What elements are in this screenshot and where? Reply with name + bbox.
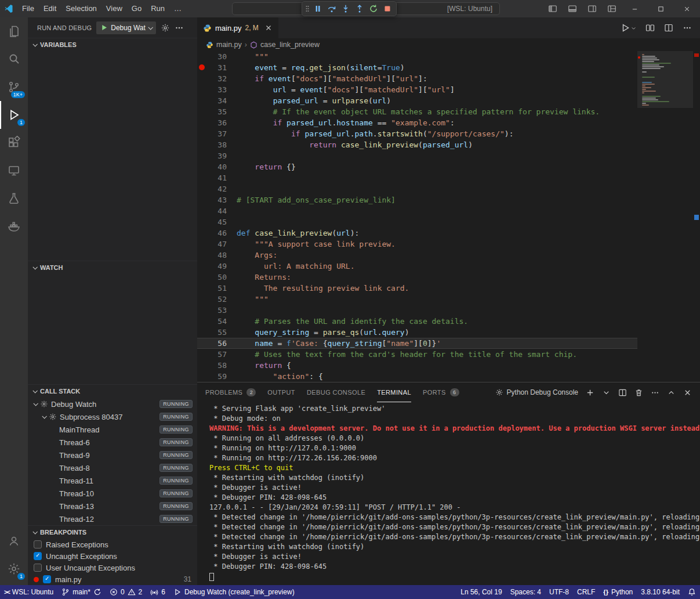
code-line[interactable]: 46def case_link_preview(url): — [197, 228, 637, 239]
code-line[interactable]: 39 — [197, 150, 637, 161]
open-changes-button[interactable] — [645, 23, 655, 33]
code-line[interactable]: 57 # Uses the text from the card's heade… — [197, 349, 637, 360]
activity-docker[interactable] — [0, 212, 28, 240]
call-stack-item[interactable]: Thread-12RUNNING — [28, 513, 197, 525]
breakpoint-item[interactable]: Raised Exceptions — [28, 539, 197, 550]
toggle-sidebar-button[interactable] — [543, 0, 563, 17]
breakpoint-checkbox[interactable] — [34, 564, 42, 572]
status-language-mode[interactable]: {}Python — [599, 585, 637, 599]
split-editor-button[interactable] — [664, 23, 673, 33]
minimap[interactable] — [637, 51, 693, 382]
panel-tab-ports[interactable]: PORTS6 — [423, 383, 459, 402]
code-line[interactable]: 45 — [197, 216, 637, 228]
breakpoint-margin[interactable] — [197, 150, 207, 161]
code-line[interactable]: 41 — [197, 172, 637, 183]
call-stack-item[interactable]: MainThreadRUNNING — [28, 423, 197, 436]
breakpoint-margin[interactable] — [197, 338, 207, 349]
new-terminal-button[interactable] — [586, 388, 594, 397]
maximize-panel-button[interactable] — [667, 388, 676, 397]
status-indentation[interactable]: Spaces: 4 — [506, 585, 545, 599]
code-line[interactable]: 38 return case_link_preview(parsed_url) — [197, 139, 637, 150]
step-over-button[interactable] — [325, 2, 339, 16]
breadcrumb-item[interactable]: main.py — [206, 41, 242, 49]
breakpoint-margin[interactable] — [197, 128, 207, 139]
code-line[interactable]: 33 url = event["docs"]["matchedUrl"]["ur… — [197, 84, 637, 95]
toggle-panel-button[interactable] — [563, 0, 582, 17]
views-more-icon[interactable] — [175, 23, 184, 33]
start-debugging-icon[interactable] — [100, 24, 108, 31]
menu-file[interactable]: File — [17, 0, 39, 17]
status-notifications[interactable] — [684, 585, 700, 599]
code-line[interactable]: 48 Args: — [197, 250, 637, 261]
activity-run-and-debug[interactable]: 1 — [0, 101, 28, 129]
terminal-dropdown-button[interactable] — [602, 388, 611, 397]
code-line[interactable]: 42 — [197, 183, 637, 194]
breakpoint-margin[interactable] — [197, 283, 207, 294]
activity-extensions[interactable] — [0, 129, 28, 157]
breakpoint-margin[interactable] — [197, 51, 207, 62]
code-line[interactable]: 47 """A support case link preview. — [197, 239, 637, 250]
minimize-button[interactable] — [622, 0, 648, 17]
call-stack-header[interactable]: CALL STACK — [28, 385, 197, 398]
breakpoint-margin[interactable] — [197, 205, 207, 216]
status-branch[interactable]: main* — [57, 585, 106, 599]
status-problems[interactable]: 02 — [106, 585, 146, 599]
code-line[interactable]: 58 return { — [197, 360, 637, 371]
activity-search[interactable] — [0, 45, 28, 73]
code-line[interactable]: 52 """ — [197, 294, 637, 305]
menu-run[interactable]: Run — [146, 0, 169, 17]
breakpoint-margin[interactable] — [197, 294, 207, 305]
breakpoint-margin[interactable] — [197, 228, 207, 239]
debug-config-dropdown[interactable]: Debug Wat — [96, 21, 156, 34]
close-panel-button[interactable] — [683, 388, 692, 397]
active-terminal[interactable]: Python Debug Console — [495, 388, 578, 396]
restart-button[interactable] — [367, 2, 380, 16]
breakpoint-margin[interactable] — [197, 84, 207, 95]
breakpoint-checkbox[interactable] — [34, 552, 42, 560]
code-line[interactable]: 51 The resulting preview link card. — [197, 283, 637, 294]
breakpoint-margin[interactable] — [197, 62, 207, 73]
breakpoint-margin[interactable] — [197, 95, 207, 106]
status-encoding[interactable]: UTF-8 — [545, 585, 573, 599]
close-tab-icon[interactable] — [264, 24, 273, 32]
code-line[interactable]: 49 url: A matching URL. — [197, 261, 637, 272]
terminal-output[interactable]: * Serving Flask app 'create_link_preview… — [197, 402, 700, 585]
step-into-button[interactable] — [339, 2, 353, 16]
panel-tab-terminal[interactable]: TERMINAL — [377, 383, 411, 402]
breakpoint-margin[interactable] — [197, 106, 207, 117]
split-terminal-button[interactable] — [618, 388, 627, 397]
toggle-secondary-sidebar-button[interactable] — [582, 0, 602, 17]
menu-go[interactable]: Go — [127, 0, 146, 17]
breakpoint-margin[interactable] — [197, 139, 207, 150]
editor-area[interactable]: 30 """31 event = req.get_json(silent=Tru… — [197, 51, 700, 382]
code-line[interactable]: 53 — [197, 305, 637, 316]
watch-header[interactable]: WATCH — [28, 261, 197, 274]
call-stack-item[interactable]: Thread-9RUNNING — [28, 449, 197, 461]
drag-handle[interactable] — [304, 2, 311, 16]
panel-tab-problems[interactable]: PROBLEMS2 — [205, 383, 256, 402]
code-line[interactable]: 34 parsed_url = urlparse(url) — [197, 95, 637, 106]
breakpoint-margin[interactable] — [197, 349, 207, 360]
stop-button[interactable] — [380, 2, 394, 16]
panel-tab-debug-console[interactable]: DEBUG CONSOLE — [307, 383, 365, 402]
maximize-button[interactable] — [648, 0, 674, 17]
breakpoint-margin[interactable] — [197, 371, 207, 382]
code-line[interactable]: 43# [START add_ons_case_preview_link] — [197, 194, 637, 205]
status-eol[interactable]: CRLF — [573, 585, 599, 599]
customize-layout-button[interactable] — [602, 0, 622, 17]
activity-settings[interactable]: 1 — [0, 555, 28, 583]
status-debug-session[interactable]: Debug Watch (create_link_preview) — [169, 585, 299, 599]
call-stack-item[interactable]: Thread-8RUNNING — [28, 461, 197, 474]
breakpoint-margin[interactable] — [197, 161, 207, 172]
breakpoint-margin[interactable] — [197, 272, 207, 283]
breakpoint-item[interactable]: main.py31 — [28, 573, 197, 585]
breakpoint-item[interactable]: User Uncaught Exceptions — [28, 562, 197, 573]
code-area[interactable]: 30 """31 event = req.get_json(silent=Tru… — [197, 51, 637, 382]
breakpoint-icon[interactable] — [199, 64, 205, 70]
step-out-button[interactable] — [353, 2, 367, 16]
activity-accounts[interactable] — [0, 527, 28, 555]
breakpoint-margin[interactable] — [197, 360, 207, 371]
code-line[interactable]: 40 return {} — [197, 161, 637, 172]
code-line[interactable]: 35 # If the event object URL matches a s… — [197, 106, 637, 117]
call-stack-item[interactable]: Debug WatchRUNNING — [28, 398, 197, 410]
